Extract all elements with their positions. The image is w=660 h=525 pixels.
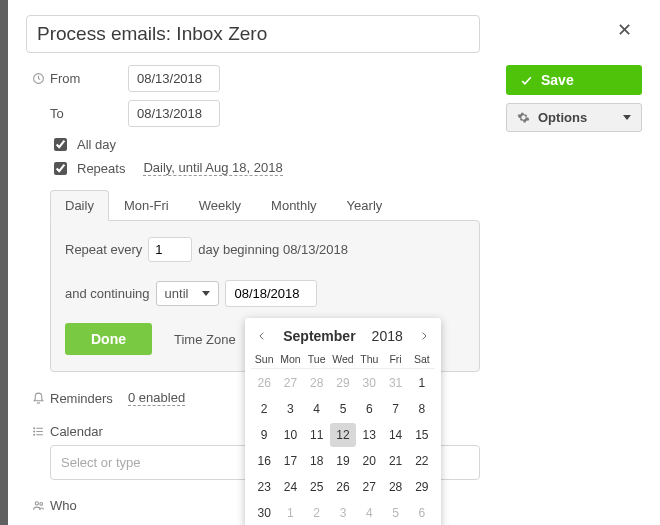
until-mode-value: until [165,286,189,301]
dp-day[interactable]: 13 [356,423,382,447]
repeat-tab-weekly[interactable]: Weekly [184,190,256,221]
repeat-every-post: day beginning 08/13/2018 [198,242,348,257]
repeat-tab-monthly[interactable]: Monthly [256,190,332,221]
allday-label: All day [77,137,116,152]
dp-day[interactable]: 15 [409,423,435,447]
dp-day[interactable]: 26 [251,371,277,395]
dp-day[interactable]: 6 [409,501,435,525]
save-label: Save [541,72,574,88]
bell-icon [26,392,50,405]
dp-day[interactable]: 23 [251,475,277,499]
options-button[interactable]: Options [506,103,642,132]
dp-day[interactable]: 5 [382,501,408,525]
dp-day[interactable]: 5 [330,397,356,421]
dp-weekday: Fri [382,350,408,369]
dp-day[interactable]: 3 [277,397,303,421]
until-mode-dropdown[interactable]: until [156,281,220,306]
svg-point-6 [33,434,34,435]
check-icon [520,74,533,87]
repeats-checkbox[interactable] [54,162,67,175]
dp-weekday: Sat [409,350,435,369]
dp-day[interactable]: 3 [330,501,356,525]
dp-weekday: Sun [251,350,277,369]
dp-weekday: Mon [277,350,303,369]
people-icon [26,499,50,512]
dp-day[interactable]: 20 [356,449,382,473]
dp-day[interactable]: 31 [382,371,408,395]
dp-day[interactable]: 6 [356,397,382,421]
dp-day[interactable]: 4 [304,397,330,421]
dp-day[interactable]: 19 [330,449,356,473]
until-date-input[interactable] [225,280,317,307]
to-label: To [50,106,128,121]
close-icon[interactable]: ✕ [613,15,636,45]
dp-title: September2018 [283,328,403,344]
dp-day[interactable]: 30 [356,371,382,395]
datepicker-popup: September2018 SunMonTueWedThuFriSat26272… [245,318,441,525]
dp-day[interactable]: 8 [409,397,435,421]
repeat-tab-mon-fri[interactable]: Mon-Fri [109,190,184,221]
dp-day[interactable]: 1 [409,371,435,395]
chevron-right-icon [419,331,429,341]
dp-day[interactable]: 11 [304,423,330,447]
chevron-left-icon [257,331,267,341]
dp-weekday: Wed [330,350,356,369]
dp-day[interactable]: 30 [251,501,277,525]
reminders-label: Reminders [50,391,128,406]
dp-day[interactable]: 1 [277,501,303,525]
dp-next-month[interactable] [415,329,433,343]
dp-day[interactable]: 18 [304,449,330,473]
caret-down-icon [623,115,631,120]
dp-day[interactable]: 2 [251,397,277,421]
from-label: From [50,71,128,86]
dp-day[interactable]: 27 [277,371,303,395]
repeat-tab-yearly[interactable]: Yearly [332,190,398,221]
repeats-label: Repeats [77,161,125,176]
dp-day[interactable]: 9 [251,423,277,447]
dp-day[interactable]: 24 [277,475,303,499]
dp-day[interactable]: 7 [382,397,408,421]
caret-down-icon [202,291,210,296]
dp-day[interactable]: 21 [382,449,408,473]
dp-day[interactable]: 27 [356,475,382,499]
timezone-label[interactable]: Time Zone [174,332,236,347]
repeat-every-pre: Repeat every [65,242,142,257]
dp-day[interactable]: 2 [304,501,330,525]
continuing-label: and continuing [65,286,150,301]
allday-checkbox[interactable] [54,138,67,151]
repeat-tab-daily[interactable]: Daily [50,190,109,221]
svg-point-8 [39,503,42,506]
dp-weekday: Thu [356,350,382,369]
svg-point-5 [33,431,34,432]
event-editor-modal: ✕ From To All day Repeats [8,0,660,525]
repeat-every-n[interactable] [148,237,192,262]
dp-day[interactable]: 16 [251,449,277,473]
dp-day[interactable]: 10 [277,423,303,447]
save-button[interactable]: Save [506,65,642,95]
reminders-count[interactable]: 0 enabled [128,390,185,406]
title-input[interactable] [26,15,480,53]
who-label: Who [50,498,77,513]
options-label: Options [538,110,587,125]
dp-day[interactable]: 25 [304,475,330,499]
dp-day[interactable]: 26 [330,475,356,499]
dp-day[interactable]: 29 [409,475,435,499]
dp-day[interactable]: 29 [330,371,356,395]
to-date-input[interactable] [128,100,220,127]
gear-icon [517,111,530,124]
dp-day[interactable]: 28 [304,371,330,395]
dp-weekday: Tue [304,350,330,369]
svg-point-7 [35,502,38,505]
dp-day[interactable]: 14 [382,423,408,447]
dp-prev-month[interactable] [253,329,271,343]
clock-icon [26,72,50,85]
dp-day[interactable]: 12 [330,423,356,447]
from-date-input[interactable] [128,65,220,92]
dp-day[interactable]: 17 [277,449,303,473]
dp-day[interactable]: 22 [409,449,435,473]
dp-day[interactable]: 28 [382,475,408,499]
repeat-summary[interactable]: Daily, until Aug 18, 2018 [143,160,282,176]
calendar-label: Calendar [50,424,103,439]
dp-day[interactable]: 4 [356,501,382,525]
done-button[interactable]: Done [65,323,152,355]
